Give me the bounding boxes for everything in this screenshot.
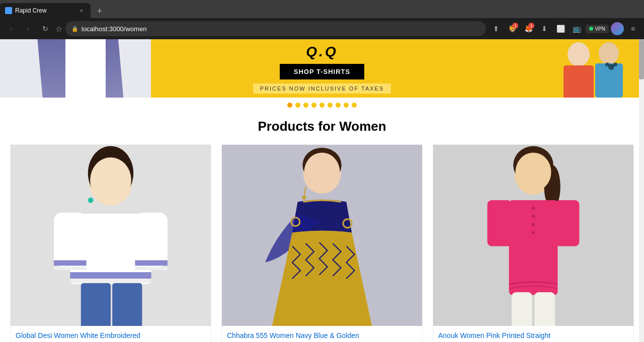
shop-tshirts-button[interactable]: SHOP T-SHIRTS [280,64,364,79]
svg-point-14 [613,62,617,66]
svg-rect-23 [54,260,87,266]
banner: Q.Q SHOP T-SHIRTS PRICES NOW INCLUSIVE O… [0,39,644,98]
svg-point-1 [63,40,88,68]
product-card-3[interactable]: Anouk Women Pink Printed Straight [433,144,634,342]
banner-logo: Q.Q [306,44,338,60]
banner-left-image [0,39,151,98]
product-image-3 [433,145,633,326]
svg-point-10 [599,42,619,64]
banner-right-image [453,39,644,98]
banner-right-model [453,39,644,98]
url-text: localhost:3000/women [82,25,480,33]
active-tab[interactable]: Rapid Crew × [0,3,91,18]
tab-bar: Rapid Crew × + [0,0,644,18]
vpn-status-dot [589,27,593,31]
svg-rect-28 [70,279,151,283]
svg-rect-20 [54,213,87,267]
svg-rect-24 [135,260,168,266]
svg-rect-0 [0,39,151,98]
svg-point-18 [90,157,131,203]
product-2-svg [222,145,422,326]
tab-favicon [5,7,12,14]
extension-badge-2: 1 [528,23,534,29]
carousel-dot-3[interactable] [303,103,308,108]
forward-button[interactable]: › [21,22,35,36]
svg-point-43 [516,152,551,191]
svg-rect-27 [112,283,142,326]
svg-point-48 [532,231,535,234]
product-name-1: Global Desi Women White Embroidered [11,326,211,342]
bookmark-button[interactable]: ☆ [55,24,62,34]
svg-rect-26 [81,283,111,326]
svg-rect-51 [512,292,532,326]
browser-chrome: Rapid Crew × + ‹ › ↻ ☆ 🔒 localhost:3000/… [0,0,644,39]
products-grid: Global Desi Women White Embroidered [10,144,634,342]
tab-close-button[interactable]: × [77,7,86,15]
carousel-dots [0,98,644,111]
banner-left-model [0,39,151,98]
product-name-2: Chhabra 555 Women Navy Blue & Golden [222,326,422,342]
svg-rect-29 [54,267,87,270]
svg-point-45 [532,207,535,210]
svg-point-34 [304,152,340,191]
carousel-dot-5[interactable] [319,103,325,108]
vpn-label: VPN [595,26,605,32]
new-tab-button[interactable]: + [93,4,107,18]
svg-point-46 [532,215,535,218]
carousel-dot-6[interactable] [328,103,333,108]
extension-badge-1: 1 [512,23,518,29]
svg-rect-21 [135,213,168,267]
extension-btn-2[interactable]: 🦊 1 [521,22,535,36]
product-card-1[interactable]: Global Desi Women White Embroidered [10,144,211,342]
address-bar[interactable]: 🔒 localhost:3000/women [65,21,486,36]
section-title: Products for Women [10,111,634,144]
svg-rect-50 [555,200,579,246]
svg-rect-4 [93,67,106,95]
banner-subtext: PRICES NOW INCLUSIVE OF TAXES [253,83,391,94]
svg-point-13 [605,62,609,66]
scrollbar[interactable] [639,39,644,342]
product-image-2 [222,145,422,326]
svg-rect-52 [534,292,555,326]
products-section: Products for Women [0,111,644,342]
product-3-svg [433,145,633,326]
svg-rect-22 [70,272,151,279]
download-icon[interactable]: ⬇ [537,22,551,36]
share-icon[interactable]: ⬆ [489,22,503,36]
window-icon[interactable]: ⬜ [553,22,568,36]
user-avatar[interactable] [611,22,624,35]
reload-button[interactable]: ↻ [38,22,52,36]
svg-point-25 [88,198,94,203]
lock-icon: 🔒 [71,26,78,32]
back-button[interactable]: ‹ [4,22,18,36]
svg-rect-9 [564,65,594,98]
navigation-bar: ‹ › ↻ ☆ 🔒 localhost:3000/women ⬆ 🦁 1 🦊 1… [0,18,644,39]
extension-btn-1[interactable]: 🦁 1 [505,22,519,36]
svg-rect-30 [135,267,168,270]
svg-point-47 [532,223,535,226]
carousel-dot-8[interactable] [344,103,349,108]
product-image-1 [11,145,211,326]
carousel-dot-9[interactable] [352,103,357,108]
product-name-3: Anouk Women Pink Printed Straight [433,326,633,342]
carousel-dot-4[interactable] [311,103,316,108]
vpn-button[interactable]: VPN [586,25,609,33]
cast-icon[interactable]: 📺 [570,22,584,36]
svg-rect-2 [55,67,96,98]
tab-title: Rapid Crew [15,7,74,14]
carousel-dot-2[interactable] [295,103,300,108]
svg-rect-3 [45,67,58,95]
svg-rect-49 [488,200,512,246]
banner-center: Q.Q SHOP T-SHIRTS PRICES NOW INCLUSIVE O… [253,44,391,94]
nav-right-controls: ⬆ 🦁 1 🦊 1 ⬇ ⬜ 📺 VPN ≡ [489,22,640,36]
svg-rect-44 [509,200,558,295]
svg-point-38 [302,195,306,200]
product-1-svg [11,145,211,326]
svg-point-8 [568,42,590,66]
product-card-2[interactable]: Chhabra 555 Women Navy Blue & Golden [221,144,423,342]
carousel-dot-1[interactable] [287,103,292,108]
page-content: Q.Q SHOP T-SHIRTS PRICES NOW INCLUSIVE O… [0,39,644,342]
scrollbar-thumb[interactable] [639,39,644,79]
carousel-dot-7[interactable] [336,103,341,108]
menu-icon[interactable]: ≡ [626,22,640,36]
